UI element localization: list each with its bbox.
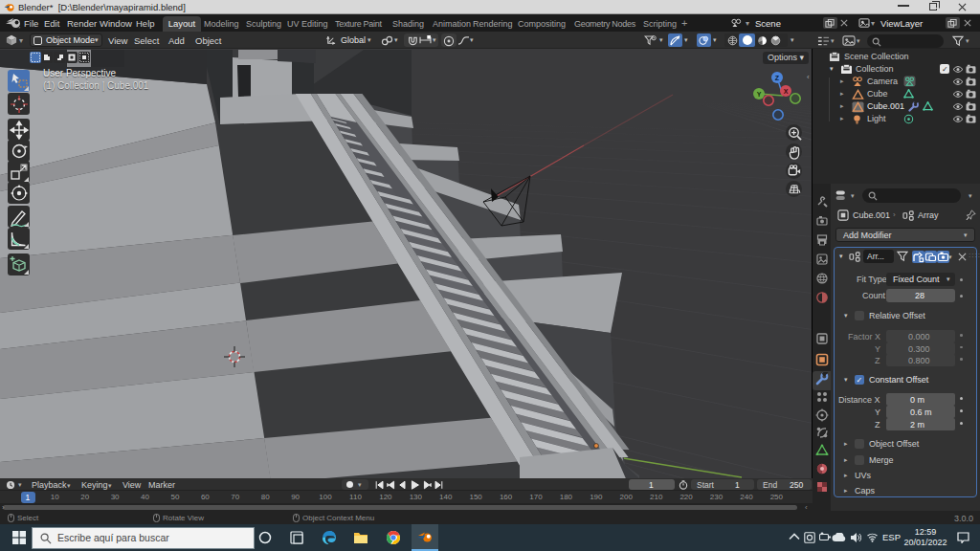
svg-text:Y: Y <box>757 91 762 98</box>
svg-text:X: X <box>784 88 789 95</box>
svg-text:Z: Z <box>775 75 780 81</box>
